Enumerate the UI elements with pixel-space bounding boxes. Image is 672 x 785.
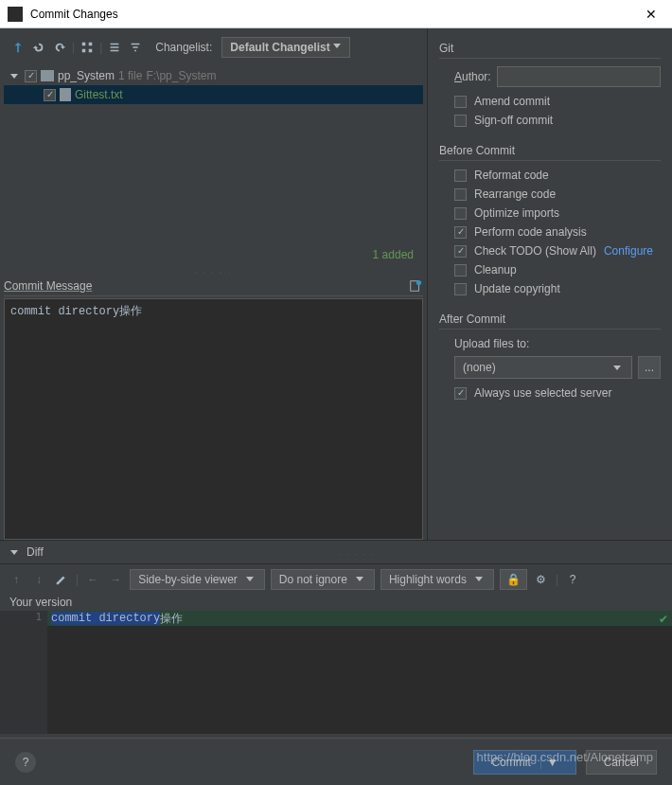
show-diff-icon[interactable] [9, 39, 27, 56]
svg-rect-0 [82, 43, 86, 46]
your-version-label: Your version [0, 594, 672, 611]
resize-handle[interactable]: . . . . . [338, 547, 377, 557]
configure-link[interactable]: Configure [604, 244, 653, 258]
before-commit-header: Before Commit [439, 144, 661, 161]
svg-rect-2 [82, 49, 86, 53]
edit-icon[interactable] [53, 571, 70, 588]
todo-checkbox[interactable] [454, 245, 467, 258]
expand-arrow-icon[interactable] [10, 74, 18, 79]
revert-icon[interactable] [30, 39, 47, 56]
code-line[interactable]: commit directory操作 [47, 611, 672, 626]
changelist-value: Default Changelist [230, 41, 329, 54]
svg-rect-3 [89, 49, 93, 53]
chevron-down-icon [613, 366, 621, 370]
refresh-icon[interactable] [51, 39, 68, 56]
reformat-checkbox[interactable] [454, 169, 467, 182]
collapse-all-icon[interactable] [127, 39, 144, 56]
chevron-down-icon [356, 577, 363, 581]
code-rest: 操作 [160, 611, 183, 627]
prev-file-icon[interactable]: ← [84, 571, 101, 588]
signoff-label: Sign-off commit [474, 114, 553, 127]
author-input[interactable] [497, 66, 661, 87]
commit-button-label: Commit [491, 756, 530, 769]
always-server-checkbox[interactable] [454, 387, 467, 400]
upload-value: (none) [463, 361, 496, 374]
tree-root-row[interactable]: pp_System 1 file F:\pp_System [4, 66, 423, 85]
code-selected: commit directory [51, 612, 160, 625]
commit-button[interactable]: Commit ▼ [473, 750, 575, 775]
changelist-select[interactable]: Default Changelist [221, 37, 349, 58]
prev-diff-icon[interactable]: ↑ [8, 571, 25, 588]
optimize-checkbox[interactable] [454, 207, 467, 220]
svg-point-5 [416, 280, 421, 285]
git-section-header: Git [439, 42, 661, 59]
diff-header-label: Diff [27, 545, 44, 559]
commit-message-input[interactable] [4, 298, 423, 540]
upload-server-select[interactable]: (none) [454, 356, 632, 379]
line-gutter: 1 [0, 611, 47, 734]
window-titlebar: Commit Changes ✕ [0, 0, 672, 28]
viewer-mode-select[interactable]: Side-by-side viewer [130, 569, 265, 590]
root-checkbox[interactable] [25, 70, 37, 82]
chevron-down-icon [246, 577, 254, 581]
signoff-checkbox[interactable] [454, 115, 467, 127]
after-commit-header: After Commit [439, 312, 661, 330]
rearrange-checkbox[interactable] [454, 188, 467, 201]
diff-expand-icon[interactable] [10, 550, 18, 555]
highlight-select[interactable]: Highlight words [380, 569, 494, 590]
copyright-label: Update copyright [474, 282, 560, 295]
group-by-icon[interactable] [79, 39, 96, 56]
optimize-label: Optimize imports [474, 206, 559, 220]
cleanup-label: Cleanup [474, 263, 517, 277]
app-icon [8, 7, 23, 22]
chevron-down-icon [475, 577, 483, 581]
help-button[interactable]: ? [15, 752, 36, 773]
window-title: Commit Changes [30, 8, 630, 21]
always-server-label: Always use selected server [474, 386, 611, 400]
svg-rect-1 [89, 43, 93, 46]
commit-message-label: Commit Message [4, 279, 92, 293]
reformat-label: Reformat code [474, 169, 549, 182]
changes-status: 1 added [373, 248, 414, 261]
analysis-label: Perform code analysis [474, 225, 587, 239]
close-button[interactable]: ✕ [638, 7, 664, 22]
dialog-footer: ? Commit ▼ Cancel [0, 738, 672, 785]
chevron-down-icon [333, 44, 341, 48]
folder-icon [41, 70, 54, 81]
help-icon[interactable]: ? [564, 571, 581, 588]
changelist-label: Changelist: [155, 41, 212, 54]
line-number: 1 [0, 611, 47, 626]
status-ok-icon: ✔ [659, 613, 668, 626]
changes-toolbar: | | Changelist: Default Changelist [4, 34, 423, 61]
tree-file-name: Gittest.txt [75, 88, 123, 101]
tree-root-path: F:\pp_System [146, 69, 216, 82]
analysis-checkbox[interactable] [454, 226, 467, 239]
diff-editor[interactable]: 1 commit directory操作 ✔ [0, 611, 672, 734]
author-label: Author: [454, 70, 491, 83]
commit-history-icon[interactable] [408, 278, 423, 294]
todo-label: Check TODO (Show All) [474, 244, 596, 258]
next-file-icon[interactable]: → [107, 571, 124, 588]
rearrange-label: Rearrange code [474, 187, 556, 201]
copyright-checkbox[interactable] [454, 283, 467, 295]
gear-icon[interactable]: ⚙ [533, 571, 550, 588]
expand-all-icon[interactable] [106, 39, 123, 56]
tree-file-row[interactable]: Gittest.txt [4, 85, 423, 104]
changes-tree[interactable]: pp_System 1 file F:\pp_System Gittest.tx… [4, 66, 423, 265]
next-diff-icon[interactable]: ↓ [30, 571, 47, 588]
lock-icon[interactable]: 🔒 [500, 569, 527, 590]
amend-label: Amend commit [474, 95, 550, 108]
resize-handle[interactable]: . . . . . [4, 265, 423, 275]
file-checkbox[interactable] [44, 89, 56, 101]
upload-browse-button[interactable]: ... [638, 356, 661, 379]
cleanup-checkbox[interactable] [454, 264, 467, 277]
cancel-button[interactable]: Cancel [586, 750, 657, 775]
commit-split-icon[interactable]: ▼ [540, 756, 558, 769]
tree-root-name: pp_System [58, 69, 115, 82]
tree-root-info: 1 file [118, 69, 142, 82]
ignore-select[interactable]: Do not ignore [271, 569, 375, 590]
upload-label: Upload files to: [439, 337, 661, 350]
amend-checkbox[interactable] [454, 96, 467, 108]
file-icon [60, 88, 71, 101]
